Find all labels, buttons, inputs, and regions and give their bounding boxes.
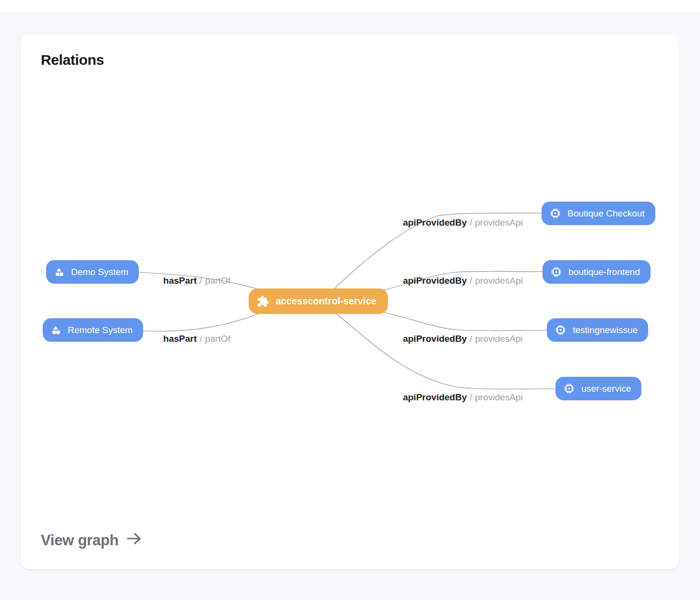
relation-separator: /	[470, 334, 472, 344]
relation-name: apiProvidedBy	[403, 334, 467, 344]
relation-separator: /	[470, 217, 472, 228]
node-label: boutique-frontend	[568, 267, 640, 277]
relation-inverse: providesApi	[475, 276, 523, 286]
relation-separator: /	[200, 334, 202, 344]
relation-inverse: partOf	[205, 334, 230, 344]
edge-label-apiprovidedby-1: apiProvidedBy/providesApi	[403, 218, 523, 227]
node-boutique-checkout[interactable]: Boutique Checkout	[542, 202, 655, 225]
relation-name: apiProvidedBy	[403, 217, 467, 228]
node-label: Remote System	[68, 325, 133, 336]
relation-separator: /	[470, 276, 472, 286]
card-title: Relations	[41, 52, 104, 68]
edge-label-apiprovidedby-4: apiProvidedBy/providesApi	[403, 393, 523, 402]
relation-inverse: providesApi	[475, 217, 523, 228]
view-graph-link[interactable]: View graph	[41, 531, 142, 550]
node-remote-system[interactable]: Remote System	[43, 318, 143, 342]
top-strip	[0, 0, 700, 12]
shapes-icon	[50, 324, 61, 336]
node-label: user-service	[581, 384, 631, 394]
node-label: accesscontrol-service	[276, 296, 376, 307]
relation-inverse: providesApi	[475, 392, 523, 402]
node-accesscontrol-service[interactable]: accesscontrol-service	[249, 288, 388, 314]
node-demo-system[interactable]: Demo System	[46, 260, 139, 284]
node-user-service[interactable]: user-service	[555, 377, 641, 400]
arrow-right-icon	[126, 531, 142, 550]
chip-icon	[555, 324, 567, 336]
shapes-icon	[54, 266, 65, 277]
chip-icon	[563, 383, 575, 395]
node-label: Boutique Checkout	[567, 208, 645, 219]
relation-name: apiProvidedBy	[403, 392, 467, 402]
chip-icon	[550, 266, 562, 278]
view-graph-label: View graph	[41, 532, 119, 549]
relation-name: hasPart	[163, 276, 197, 286]
relation-separator: /	[470, 392, 472, 402]
relation-inverse: providesApi	[475, 334, 523, 344]
puzzle-icon	[257, 295, 269, 308]
edge-label-haspart-1: hasPart/partOf	[163, 276, 230, 285]
node-label: testingnewissue	[573, 325, 638, 336]
relation-inverse: partOf	[205, 276, 230, 286]
node-boutique-frontend[interactable]: boutique-frontend	[543, 260, 651, 284]
edge-label-haspart-2: hasPart/partOf	[163, 334, 230, 343]
edge-label-apiprovidedby-3: apiProvidedBy/providesApi	[403, 334, 523, 343]
edge-label-apiprovidedby-2: apiProvidedBy/providesApi	[403, 276, 523, 285]
node-label: Demo System	[71, 267, 128, 277]
chip-icon	[549, 207, 561, 219]
node-testingnewissue[interactable]: testingnewissue	[547, 318, 648, 342]
relation-name: hasPart	[163, 334, 197, 344]
relation-separator: /	[200, 276, 202, 286]
relation-name: apiProvidedBy	[403, 276, 467, 286]
